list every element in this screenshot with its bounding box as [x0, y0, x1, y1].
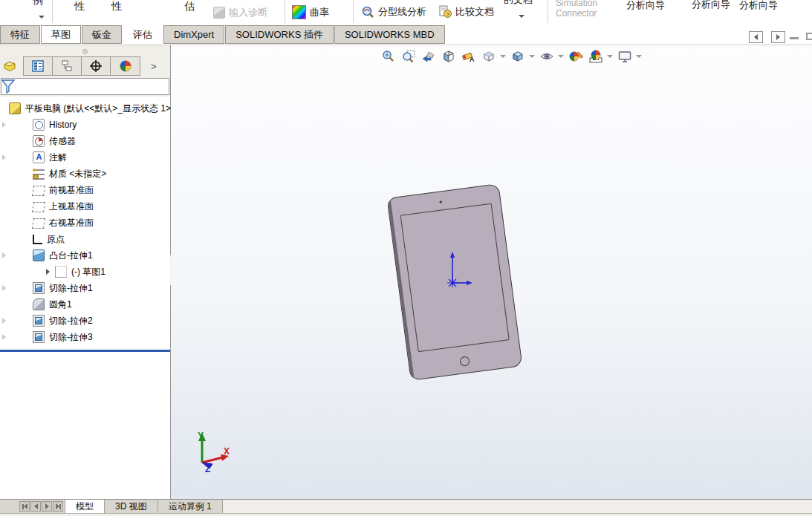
previous-tab-button[interactable] — [30, 501, 41, 512]
display-style-dropdown[interactable] — [528, 55, 536, 58]
tree-item-label: 右视基准面 — [49, 217, 94, 229]
restore-icon[interactable] — [806, 33, 812, 40]
fillet-icon — [33, 298, 45, 310]
sketch-icon — [55, 266, 67, 278]
command-tab[interactable]: 评估 — [123, 25, 163, 44]
first-tab-button[interactable] — [19, 501, 30, 512]
expand-arrow-icon[interactable] — [2, 154, 6, 160]
grip-dot-icon — [82, 49, 88, 54]
edit-appearance-button[interactable] — [566, 48, 585, 65]
ribbon-partial-button-label[interactable]: 例 — [33, 0, 43, 7]
curvature-button[interactable]: 曲率 — [292, 5, 329, 19]
left-arrow-icon — [754, 34, 758, 40]
apply-scene-button[interactable] — [586, 48, 605, 65]
view-orientation-button[interactable] — [479, 48, 498, 65]
import-diagnostics-button[interactable]: 输入诊断 — [213, 6, 267, 19]
note-icon — [33, 151, 45, 163]
parting-line-analysis-button[interactable]: 分型线分析 — [361, 5, 426, 19]
command-tab[interactable]: 钣金 — [82, 25, 122, 44]
dimxpertmanager-tab[interactable] — [82, 57, 111, 75]
hide-show-items-dropdown[interactable] — [557, 55, 565, 58]
feature-manager-panel: > 平板电脑 (默认<<默认>_显示状态 1>)History传感器注解材质 <… — [0, 45, 171, 500]
tree-item[interactable]: 切除-拉伸3 — [0, 329, 170, 345]
simulation-connector-button[interactable]: Simulation Connector — [556, 0, 597, 19]
tree-item[interactable]: 上视基准面 — [0, 198, 170, 215]
analysis-wizard-button[interactable]: 分析向导 — [691, 0, 731, 10]
expand-arrow-icon[interactable] — [2, 285, 6, 291]
document-tab[interactable]: 运动算例 1 — [158, 500, 223, 513]
featuremanager-icon — [3, 59, 16, 73]
document-tab[interactable]: 模型 — [65, 500, 105, 513]
tab-scroll-buttons — [0, 500, 65, 513]
section-view-button[interactable] — [439, 48, 458, 65]
tree-item[interactable]: 注解 — [0, 149, 170, 166]
panel-grip[interactable] — [0, 48, 170, 56]
apply-scene-dropdown[interactable] — [606, 55, 614, 58]
previous-pane-button[interactable] — [749, 31, 763, 43]
tree-item[interactable]: 右视基准面 — [0, 215, 170, 231]
expand-arrow-icon[interactable] — [2, 334, 6, 340]
tree-filter-input[interactable] — [1, 78, 169, 95]
command-tab[interactable]: 草图 — [41, 25, 81, 44]
rollback-bar[interactable] — [0, 350, 170, 352]
compare-documents-button[interactable]: ? 比较文档 — [438, 5, 494, 19]
tree-item[interactable]: 平板电脑 (默认<<默认>_显示状态 1>) — [0, 100, 170, 117]
expand-arrow-icon[interactable] — [2, 122, 6, 128]
apply-scene-icon — [588, 49, 603, 64]
view-settings-dropdown[interactable] — [635, 55, 643, 58]
last-tab-button[interactable] — [53, 501, 63, 512]
tree-item[interactable]: 传感器 — [0, 133, 170, 149]
tree-item[interactable]: History — [0, 117, 170, 133]
panel-expand-arrow-icon[interactable]: > — [151, 61, 157, 72]
simulation-connector-label1: Simulation — [556, 0, 597, 8]
filter-row — [0, 76, 170, 97]
graphics-viewport[interactable]: A — [171, 45, 812, 500]
propertymanager-tab[interactable] — [24, 57, 53, 75]
expand-arrow-icon[interactable] — [46, 269, 50, 275]
expand-arrow-icon[interactable] — [2, 252, 6, 258]
previous-view-button[interactable] — [419, 48, 438, 65]
dropdown-caret-icon — [636, 55, 642, 58]
next-tab-button[interactable] — [42, 501, 52, 512]
annotation-view-button[interactable]: A — [459, 48, 478, 65]
tree-item[interactable]: 材质 <未指定> — [0, 166, 170, 182]
tree-item[interactable]: 圆角1 — [0, 296, 170, 313]
command-tab[interactable]: 特征 — [0, 25, 40, 44]
dropdown-caret-icon[interactable] — [39, 16, 45, 19]
displaymanager-tab[interactable] — [111, 57, 140, 75]
view-settings-button[interactable] — [615, 48, 634, 65]
command-tab[interactable]: SOLIDWORKS MBD — [334, 25, 445, 44]
dropdown-caret-icon[interactable] — [519, 15, 524, 18]
plane-icon — [32, 202, 45, 212]
view-orientation-dropdown[interactable] — [499, 55, 507, 58]
tree-item[interactable]: 凸台-拉伸1 — [0, 247, 170, 264]
propertymanager-icon — [31, 59, 45, 73]
curvature-icon — [292, 5, 306, 19]
tree-item[interactable]: 切除-拉伸2 — [0, 313, 170, 329]
tablet-home-button — [459, 356, 470, 367]
cut-icon — [33, 331, 45, 343]
tree-item[interactable]: 原点 — [0, 231, 170, 247]
document-tab[interactable]: 3D 视图 — [105, 500, 158, 513]
display-style-button[interactable] — [508, 48, 527, 65]
featuremanager-tab[interactable] — [1, 57, 17, 75]
expand-arrow-icon[interactable] — [2, 318, 6, 324]
analysis-wizard-button[interactable]: 分析向导 — [739, 0, 778, 12]
tree-item[interactable]: (-) 草图1 — [0, 264, 170, 280]
tab-strip-empty — [223, 500, 812, 513]
tree-item[interactable]: 前视基准面 — [0, 182, 170, 198]
zoom-to-area-button[interactable] — [399, 48, 418, 65]
curvature-label: 曲率 — [310, 6, 329, 19]
tree-item-label: 平板电脑 (默认<<默认>_显示状态 1>) — [25, 102, 174, 115]
next-pane-button[interactable] — [771, 31, 785, 43]
zoom-to-fit-button[interactable] — [379, 48, 397, 65]
command-tab[interactable]: SOLIDWORKS 插件 — [225, 25, 334, 44]
minimize-icon[interactable] — [790, 37, 799, 39]
command-tab[interactable]: DimXpert — [163, 25, 224, 44]
tree-item[interactable]: 切除-拉伸1 — [0, 280, 170, 296]
configurationmanager-tab[interactable] — [53, 57, 82, 75]
svg-text:Z: Z — [205, 464, 210, 473]
svg-text:?: ? — [446, 11, 449, 18]
hide-show-items-button[interactable] — [537, 48, 556, 65]
analysis-wizard-button[interactable]: 分析向导 — [626, 0, 665, 12]
